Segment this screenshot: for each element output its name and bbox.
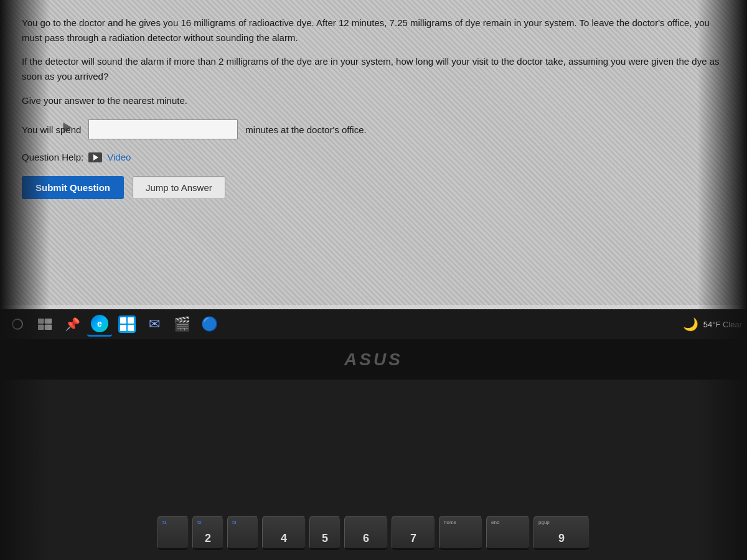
video-link[interactable]: Video [107, 152, 131, 162]
pin-icon: 📌 [65, 317, 80, 332]
svg-rect-2 [38, 325, 44, 330]
svg-rect-0 [38, 319, 44, 324]
asus-logo: ASUS [344, 350, 403, 370]
taskview-icon [38, 319, 52, 330]
mail-button[interactable]: ✉ [142, 312, 167, 337]
moon-icon: 🌙 [683, 317, 698, 332]
submit-question-button[interactable]: Submit Question [22, 176, 124, 199]
key-7[interactable]: 7 [392, 516, 435, 550]
keyboard-area: f1 f2 2 f3 4 5 6 7 home end pgup 9 [0, 380, 747, 560]
taskview-button[interactable] [32, 312, 57, 337]
keyboard-row-1: f1 f2 2 f3 4 5 6 7 home end pgup 9 [157, 516, 590, 550]
answer-label: You will spend [22, 124, 81, 135]
video-icon [88, 152, 102, 162]
key-6[interactable]: 6 [344, 516, 388, 550]
question-text: You go to the doctor and he gives you 16… [22, 16, 725, 84]
key-pgup[interactable]: pgup 9 [533, 516, 590, 550]
asus-area: ASUS [0, 339, 747, 380]
svg-rect-3 [45, 325, 52, 330]
camera-button[interactable]: 🎬 [169, 312, 194, 337]
mail-icon: ✉ [149, 316, 160, 332]
taskbar: 📌 e ✉ 🎬 🔵 🌙 54°F Clear [0, 309, 747, 339]
camera-icon: 🎬 [174, 316, 190, 332]
buttons-row: Submit Question Jump to Answer [22, 176, 725, 199]
weather-area: 🌙 54°F Clear [683, 317, 742, 332]
key-f3[interactable]: f3 [227, 516, 258, 550]
key-home[interactable]: home [439, 516, 482, 550]
answer-input[interactable] [88, 119, 238, 139]
edge-icon: e [91, 315, 108, 332]
key-5[interactable]: 5 [309, 516, 341, 550]
paragraph1: You go to the doctor and he gives you 16… [22, 16, 725, 45]
store-icon [118, 315, 136, 333]
key-f1[interactable]: f1 [157, 516, 189, 550]
svg-rect-1 [45, 319, 52, 324]
answer-suffix: minutes at the doctor's office. [245, 124, 366, 135]
answer-row: You will spend minutes at the doctor's o… [22, 119, 725, 139]
key-f2[interactable]: f2 2 [192, 516, 223, 550]
chrome-button[interactable]: 🔵 [197, 312, 222, 337]
weather-text: 54°F Clear [703, 320, 742, 329]
content-area: You go to the doctor and he gives you 16… [0, 0, 747, 305]
question-help: Question Help: Video [22, 152, 725, 162]
store-button[interactable] [115, 312, 139, 337]
key-4[interactable]: 4 [262, 516, 306, 550]
start-button[interactable] [5, 312, 30, 337]
help-label: Question Help: [22, 152, 83, 162]
chrome-icon: 🔵 [201, 316, 218, 332]
paragraph2: If the detector will sound the alarm if … [22, 54, 725, 84]
edge-button[interactable]: e [87, 312, 112, 337]
key-end[interactable]: end [486, 516, 530, 550]
pin-button[interactable]: 📌 [60, 312, 85, 337]
instruction-text: Give your answer to the nearest minute. [22, 95, 725, 106]
jump-to-answer-button[interactable]: Jump to Answer [133, 176, 225, 199]
start-circle-icon [12, 319, 23, 330]
